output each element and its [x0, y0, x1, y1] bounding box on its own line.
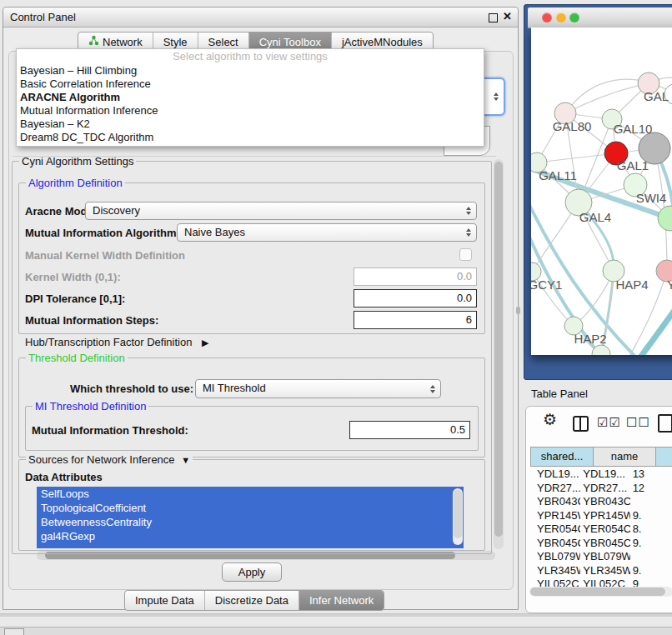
tab-impute-data[interactable]: Impute Data — [125, 591, 205, 610]
table-row[interactable]: YBR043CYBR043C — [530, 495, 672, 509]
bottom-dock-strip — [0, 627, 672, 635]
tab-label: Impute Data — [135, 592, 194, 610]
hub-definition-toggle[interactable]: Hub/Transcription Factor Definition ▶ — [25, 336, 208, 348]
hub-definition-label: Hub/Transcription Factor Definition — [25, 336, 192, 348]
table-cell: YBR045C — [530, 537, 580, 551]
data-attributes-list[interactable]: SelfLoopsTopologicalCoefficientBetweenne… — [37, 487, 464, 548]
sources-group-title[interactable]: Sources for Network Inference ▼ — [26, 453, 193, 466]
cyni-bottom-tabs: Impute Data Discretize Data Infer Networ… — [124, 590, 384, 611]
algorithm-option[interactable]: ARACNE Algorithm — [17, 91, 484, 104]
node-label: GAL10 — [614, 122, 653, 136]
unchecked-boxes-icon[interactable]: ☐☐ — [626, 415, 650, 430]
splitter-handle[interactable] — [516, 307, 520, 314]
combobox-value: Naive Bayes — [184, 226, 245, 238]
table-cell: YBR043C — [530, 495, 580, 509]
tab-infer-network[interactable]: Infer Network — [299, 591, 384, 610]
attribute-item[interactable]: TopologicalCoefficient — [37, 501, 464, 515]
algorithm-option[interactable]: Basic Correlation Inference — [17, 78, 484, 91]
which-threshold-label: Which threshold to use: — [70, 382, 193, 395]
table-horizontal-scrollbar[interactable] — [529, 587, 672, 597]
table-row[interactable]: YDL19...YDL19...13 — [530, 468, 672, 482]
algorithm-option[interactable]: Dream8 DC_TDC Algorithm — [17, 131, 484, 144]
manual-kernel-label: Manual Kernel Width Definition — [25, 249, 185, 262]
scrollbar-thumb[interactable] — [494, 162, 503, 537]
expanded-arrow-icon: ▼ — [181, 455, 190, 465]
spinner-arrows-icon — [430, 385, 435, 393]
spinner-arrows-icon — [466, 207, 471, 215]
scrollbar-thumb[interactable] — [530, 588, 665, 596]
node-label: GAL1 — [617, 158, 649, 172]
table-cell: 9. — [630, 537, 672, 551]
dpi-tolerance-field[interactable]: 0.0 — [354, 289, 477, 308]
algorithm-option[interactable]: Bayesian – K2 — [17, 118, 484, 131]
table-row[interactable]: YPR145WYPR145W9. — [530, 509, 672, 523]
apply-button[interactable]: Apply — [222, 562, 282, 582]
group-title: Sources for Network Inference — [28, 453, 175, 466]
table-body: YDL19...YDL19...13YDR27...YDR27...12YBR0… — [530, 468, 672, 592]
zoom-traffic-light[interactable] — [569, 12, 579, 22]
groupbox-edge — [13, 156, 496, 157]
node-label: GAL4 — [579, 210, 611, 224]
table-row[interactable]: YLR345WYLR345W9. — [530, 564, 672, 578]
columns-icon[interactable] — [573, 416, 589, 432]
attribute-item[interactable]: SelfLoops — [37, 487, 464, 501]
algorithm-option[interactable]: Bayesian – Hill Climbing — [17, 64, 484, 78]
table-row[interactable]: YDR27...YDR27...12 — [530, 482, 672, 496]
data-attributes-label: Data Attributes — [25, 471, 103, 483]
table-cell: YPR145W — [530, 509, 580, 523]
tab-discretize-data[interactable]: Discretize Data — [205, 591, 299, 610]
float-window-icon[interactable] — [489, 13, 498, 22]
tab-label: Discretize Data — [215, 592, 288, 610]
aracne-mode-combobox[interactable]: Discovery — [85, 202, 477, 220]
attribute-item[interactable]: gal4RGexp — [37, 529, 464, 543]
table-cell: YDL19... — [530, 468, 580, 482]
bottom-dock-box[interactable] — [4, 628, 24, 635]
column-header-name[interactable]: name — [594, 448, 656, 466]
which-threshold-combobox[interactable]: MI Threshold — [195, 379, 441, 398]
network-edge[interactable] — [624, 301, 672, 355]
column-header-shared-name[interactable]: shared... — [531, 448, 594, 466]
attribute-item[interactable]: BetweennessCentrality — [37, 515, 464, 529]
gear-icon[interactable]: ⚙ — [543, 410, 557, 429]
table-cell: 12 — [630, 482, 672, 496]
table-cell: YDR27... — [580, 482, 629, 496]
settings-vertical-scrollbar[interactable] — [494, 159, 504, 549]
page-icon[interactable] — [658, 414, 672, 432]
table-row[interactable]: YBL079WYBL079W — [530, 550, 672, 564]
combobox-value: Discovery — [93, 204, 140, 217]
algorithm-option[interactable]: Mutual Information Inference — [17, 104, 484, 118]
column-header-cut[interactable]: A — [656, 448, 672, 466]
group-title: Threshold Definition — [26, 352, 128, 364]
list-vertical-scrollbar[interactable] — [453, 488, 463, 545]
group-title: MI Threshold Definition — [33, 400, 148, 412]
mi-threshold-field[interactable]: 0.5 — [349, 421, 470, 439]
table-cell: 8. — [630, 522, 672, 537]
spinner-arrows-icon — [494, 92, 499, 101]
table-panel-title: Table Panel — [531, 388, 588, 400]
network-svg: GALGAL80GAL10GAL1GAL11SWI4GAL4GCY1HAP4YH… — [531, 28, 672, 355]
minimize-traffic-light[interactable] — [556, 12, 566, 22]
panel-title: Control Panel — [10, 8, 76, 27]
close-traffic-light[interactable] — [542, 12, 552, 22]
table-cell: YBR045C — [580, 537, 629, 551]
table-cell — [630, 495, 672, 509]
network-canvas[interactable]: GALGAL80GAL10GAL1GAL11SWI4GAL4GCY1HAP4YH… — [531, 28, 672, 355]
table-row[interactable]: YBR045CYBR045C9. — [530, 537, 672, 551]
table-cell: 9. — [630, 564, 672, 578]
table-row[interactable]: YER054CYER054C8. — [530, 522, 672, 537]
table-cell: YLR345W — [530, 564, 580, 578]
mi-steps-field[interactable]: 6 — [354, 311, 477, 329]
kernel-width-field[interactable]: 0.0 — [354, 268, 477, 286]
node-label: HAP2 — [574, 332, 606, 346]
spinner-arrows-icon — [466, 228, 471, 237]
network-window-titlebar[interactable] — [528, 8, 672, 28]
network-node[interactable] — [658, 206, 672, 231]
mi-steps-label: Mutual Information Steps: — [25, 314, 158, 327]
table-cell: YPR145W — [580, 509, 629, 523]
manual-kernel-checkbox[interactable] — [459, 248, 472, 261]
table-cell: YDL19... — [580, 468, 629, 482]
close-icon[interactable]: ✕ — [503, 10, 512, 22]
scrollbar-thumb[interactable] — [454, 490, 462, 538]
checked-boxes-icon[interactable]: ☑☑ — [597, 415, 621, 430]
mi-type-combobox[interactable]: Naive Bayes — [177, 223, 477, 242]
